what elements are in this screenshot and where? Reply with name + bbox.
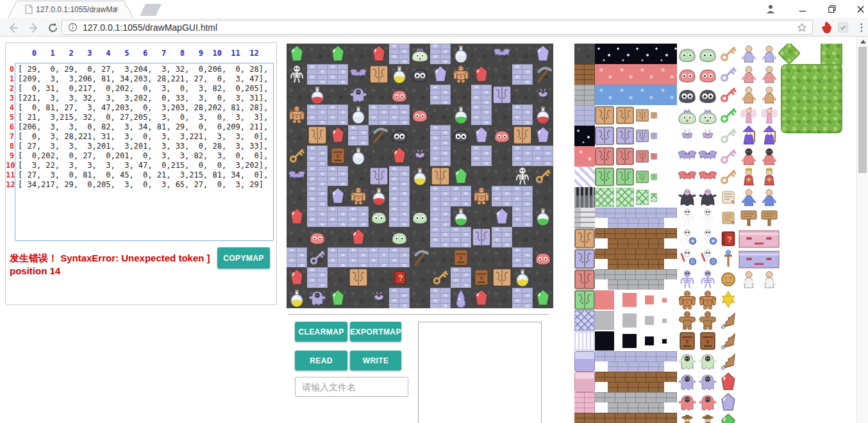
tileset-terrain-cobble[interactable] [574,44,595,64]
tileset-strip-fade[interactable] [595,331,677,351]
map-tile-gem-purple[interactable] [492,206,512,227]
map-tile-wall[interactable] [389,44,410,64]
map-tile-gem-purple[interactable] [471,125,492,145]
map-tile-gem-red[interactable] [287,206,307,227]
map-tile-gem-green[interactable] [451,166,471,187]
map-tile-gem-red[interactable] [389,145,410,166]
map-tile-gem-green[interactable] [328,44,348,64]
map-tile-wall[interactable] [389,104,410,125]
map-tile-floor[interactable] [348,288,369,308]
tileset-character-man[interactable] [739,64,780,85]
map-tile-floor[interactable] [471,247,492,268]
map-tile-wall[interactable] [389,288,410,308]
tileset-monster-stoneface[interactable] [677,331,718,351]
map-tile-potion-yellow[interactable] [512,267,533,288]
tileset-terrain-brickpurple[interactable] [574,105,595,126]
tileset-strip-wide[interactable] [595,85,677,105]
red-hand-extension-icon[interactable] [819,20,834,35]
tileset-item-key[interactable] [718,85,739,105]
map-tile-golem[interactable] [471,186,492,206]
map-tile-key-silver[interactable] [307,247,328,268]
map-tile-moth[interactable] [369,288,389,308]
map-tile-wall[interactable] [389,166,410,187]
map-tile-floor[interactable] [492,64,512,85]
map-tile-wall[interactable] [328,104,348,125]
tileset-strip-fade[interactable] [595,290,677,310]
map-tile-potion-red[interactable] [307,85,328,105]
map-tile-skeleton[interactable] [287,64,307,85]
map-tile-potion-green[interactable] [451,104,471,125]
tileset-strip-doors[interactable] [595,126,677,146]
filename-input[interactable] [295,377,408,397]
map-tile-potion-green[interactable] [533,206,553,227]
map-tile-golem[interactable] [348,186,369,206]
tab-close-icon[interactable]: × [112,4,121,13]
map-tile-slime-red[interactable] [533,247,553,268]
map-tile-pickaxe[interactable] [369,125,389,145]
map-tile-wall[interactable] [307,145,328,166]
tileset-strip-steps[interactable] [595,413,677,423]
tileset-item-gem[interactable] [718,413,739,423]
map-tile-wall[interactable] [492,227,512,247]
map-tile-wall[interactable] [451,267,471,288]
checkbox-extension-icon[interactable] [835,20,851,35]
map-tile-door-purple[interactable] [492,85,512,105]
map-tile-wall[interactable] [512,64,533,85]
map-tile-wall[interactable] [307,186,328,206]
tileset-strip-wide[interactable] [595,44,677,64]
tileset-character-demon[interactable] [739,146,780,167]
tileset-monster-moth[interactable] [677,126,718,146]
map-tile-wall[interactable] [471,104,492,125]
scrollbar-thumb[interactable] [858,47,867,173]
minimize-icon[interactable] [794,0,812,18]
map-tile-floor[interactable] [328,227,348,247]
map-tile-floor[interactable] [533,227,553,247]
tileset-item-scroll[interactable] [718,187,739,208]
info-circle-icon[interactable] [68,22,78,32]
back-arrow-icon[interactable] [5,20,21,35]
tileset-terrain-stonegray[interactable] [574,85,595,105]
map-tile-ghost[interactable] [348,85,369,105]
map-tile-gem-red[interactable] [348,227,369,247]
tileset-strip-steps[interactable] [595,249,677,269]
map-tile-potion-white[interactable] [348,104,369,125]
map-tile-slime-black[interactable] [389,125,410,145]
map-tile-wall[interactable] [369,104,389,125]
map-tile-wall[interactable] [287,247,307,268]
tileset-terrain-door[interactable] [574,290,595,310]
map-tile-floor[interactable] [287,125,307,145]
tileset-strip-doors[interactable] [595,105,677,126]
scrollbar-up-arrow-icon[interactable] [857,37,868,47]
map-tile-floor[interactable] [328,85,348,105]
tileset-strip-doors[interactable] [595,146,677,167]
map-tile-slime-pale[interactable] [389,227,410,247]
map-tile-floor[interactable] [287,227,307,247]
tileset-strip-steps[interactable] [595,392,677,413]
map-tile-wall[interactable] [512,247,533,268]
map-tile-potion-white[interactable] [451,44,471,64]
map-tile-floor[interactable] [533,267,553,288]
map-tile-potion-green[interactable] [451,206,471,227]
tileset-terrain-brickbrown[interactable] [574,413,595,423]
map-tile-floor[interactable] [471,44,492,64]
tileset-terrain-door[interactable] [574,228,595,249]
map-tile-gem-red[interactable] [287,267,307,288]
map-tile-door-purple[interactable] [471,227,492,247]
map-tile-gem-green[interactable] [533,288,553,308]
tileset-strip-steps[interactable] [595,372,677,392]
map-tile-floor[interactable] [492,166,512,187]
tileset-terrain-wallpink[interactable] [574,392,595,413]
tileset-monster-skelshield[interactable] [677,228,718,249]
tileset-strip-steps[interactable] [595,269,677,290]
restore-window-icon[interactable] [823,0,841,18]
map-tile-slime-red[interactable] [410,104,430,125]
map-tile-potion-yellow[interactable] [287,288,307,308]
map-tile-wall[interactable] [430,186,451,206]
copymap-button[interactable]: COPYMAP [217,247,270,269]
browser-tab[interactable]: 127.0.0.1:1055/drawMa × [8,1,133,18]
tree-diamond-icon[interactable] [778,44,801,65]
tileset-item-star[interactable] [718,290,739,310]
matrix-textarea[interactable] [15,63,274,241]
map-tile-potion-red[interactable] [533,104,553,125]
map-tile-floor[interactable] [287,85,307,105]
